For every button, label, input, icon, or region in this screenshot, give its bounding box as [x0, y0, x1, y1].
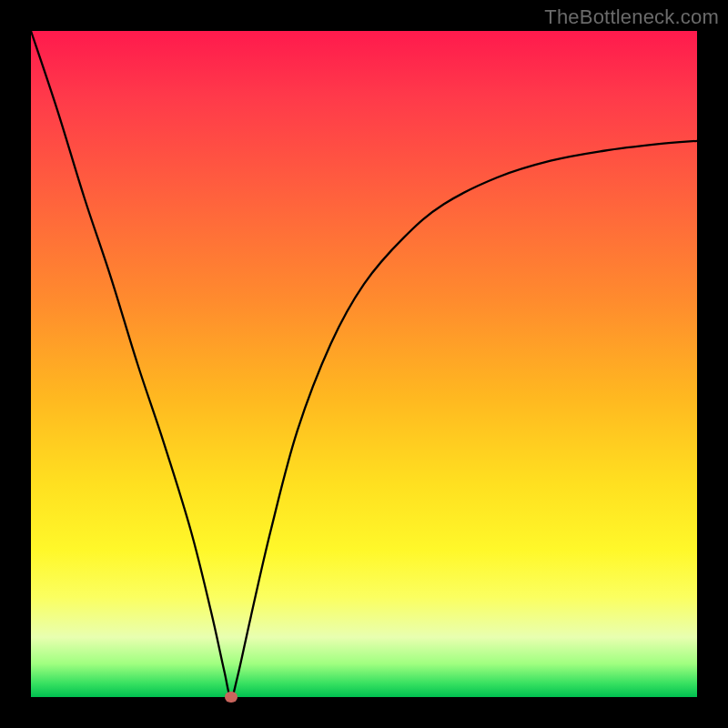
bottleneck-curve [31, 31, 697, 697]
chart-frame: TheBottleneck.com [0, 0, 728, 728]
plot-area [31, 31, 697, 697]
curve-layer [31, 31, 697, 697]
site-watermark: TheBottleneck.com [544, 5, 719, 29]
min-point-marker [225, 692, 238, 703]
